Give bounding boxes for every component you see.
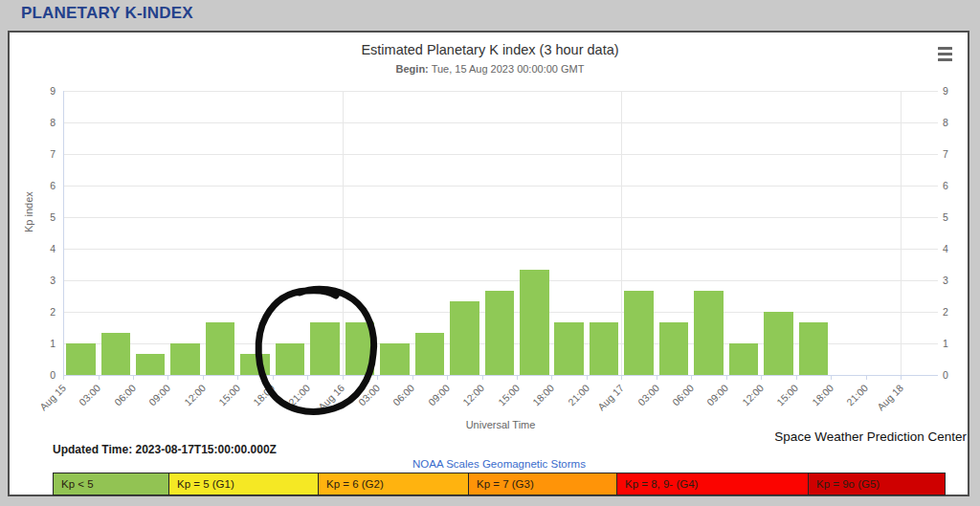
y-axis-tick-label: 1 — [33, 338, 56, 349]
x-axis-tick — [412, 376, 413, 380]
y-axis-tick-label: 4 — [943, 243, 948, 254]
x-axis-tick-label: 21:00 — [566, 383, 590, 407]
kp-bar[interactable] — [520, 270, 549, 375]
y-axis-tick-label: 0 — [943, 369, 948, 381]
kp-bar[interactable] — [276, 343, 305, 375]
y-axis-tick-label: 2 — [33, 306, 56, 318]
x-axis-tick-label: 09:00 — [705, 383, 730, 407]
noaa-scales-legend: Kp < 5Kp = 5 (G1)Kp = 6 (G2)Kp = 7 (G3)K… — [53, 473, 946, 495]
kp-bar[interactable] — [799, 322, 829, 375]
gridline-horizontal — [63, 249, 938, 250]
kp-bar[interactable] — [450, 301, 479, 375]
kp-bar[interactable] — [554, 322, 584, 375]
x-axis-tick-label: 03:00 — [357, 383, 382, 407]
x-axis-tick — [237, 376, 238, 380]
gridline-vertical — [901, 91, 902, 375]
x-axis-tick-label: 18:00 — [252, 383, 277, 407]
x-axis-tick-label: 15:00 — [496, 383, 521, 407]
y-axis-tick-label: 9 — [33, 85, 56, 97]
y-axis-tick-label: 6 — [33, 180, 56, 191]
x-axis-tick — [831, 376, 832, 380]
kp-bar[interactable] — [206, 322, 235, 375]
legend-cell: Kp = 8, 9- (G4) — [617, 473, 809, 495]
x-axis-tick-label: 15:00 — [217, 383, 242, 407]
kp-bar[interactable] — [590, 322, 619, 375]
x-axis-tick-label: 09:00 — [426, 383, 451, 407]
kp-bar[interactable] — [345, 322, 375, 375]
kp-bar[interactable] — [659, 322, 689, 375]
x-axis-tick-label: 12:00 — [741, 383, 766, 407]
y-axis-line — [63, 91, 64, 375]
y-axis-tick-label: 9 — [943, 85, 948, 97]
kp-bar[interactable] — [624, 291, 654, 375]
x-axis-tick — [517, 376, 518, 380]
x-axis-tick — [551, 376, 552, 380]
y-axis-tick-label: 8 — [943, 117, 948, 128]
y-axis-tick-label: 1 — [943, 338, 948, 349]
x-axis-tick — [657, 376, 657, 380]
x-axis-tick-label: 06:00 — [671, 383, 696, 407]
x-axis-tick — [167, 376, 168, 380]
x-axis-tick — [691, 376, 692, 380]
x-axis-tick — [377, 376, 378, 380]
x-axis-tick-label: 12:00 — [182, 383, 207, 407]
kp-bar[interactable] — [764, 312, 793, 375]
gridline-horizontal — [63, 154, 938, 155]
y-axis-tick-label: 5 — [33, 211, 56, 223]
kp-bar[interactable] — [694, 291, 724, 375]
kp-bar[interactable] — [101, 333, 131, 375]
x-axis-tick-label: 18:00 — [811, 383, 835, 407]
kp-bar[interactable] — [380, 343, 410, 375]
y-axis-tick-label: 3 — [33, 275, 56, 286]
x-axis-tick-label: 06:00 — [391, 383, 416, 407]
x-axis-tick-label: 06:00 — [112, 383, 137, 407]
kp-bar[interactable] — [136, 354, 166, 375]
kp-bar[interactable] — [415, 333, 445, 375]
gridline-horizontal — [63, 91, 938, 92]
y-axis-tick-label: 0 — [33, 369, 56, 381]
gridline-horizontal — [63, 186, 938, 187]
gridline-vertical — [343, 91, 344, 375]
x-axis-tick — [796, 376, 797, 380]
x-axis-tick-label: Aug 15 — [37, 383, 67, 412]
gridline-horizontal — [63, 122, 938, 123]
y-axis-tick-label: 7 — [943, 148, 948, 160]
legend-cell: Kp = 5 (G1) — [169, 473, 319, 495]
x-axis-tick — [866, 376, 867, 380]
kp-bar[interactable] — [729, 343, 759, 375]
kp-bar[interactable] — [170, 343, 200, 375]
x-axis-tick — [587, 376, 588, 380]
y-axis-tick-label: 2 — [943, 306, 948, 318]
y-axis-tick-label: 6 — [943, 180, 948, 191]
credit-text: Space Weather Prediction Center — [774, 429, 967, 444]
x-axis-tick — [343, 376, 344, 380]
legend-cell: Kp = 9o (G5) — [809, 473, 946, 495]
x-axis-tick — [482, 376, 483, 380]
kp-bar[interactable] — [66, 343, 96, 375]
x-axis-tick — [133, 376, 134, 380]
x-axis-tick — [99, 376, 100, 380]
x-axis-tick-label: 18:00 — [531, 383, 556, 407]
x-axis-tick-label: 09:00 — [147, 383, 172, 407]
x-axis-tick — [726, 376, 727, 380]
kp-bar[interactable] — [310, 322, 340, 375]
noaa-scales-link[interactable]: NOAA Scales Geomagnetic Storms — [53, 458, 946, 470]
x-axis-tick — [203, 376, 204, 380]
gridline-vertical — [621, 91, 622, 375]
kp-bar[interactable] — [240, 354, 270, 375]
x-axis-tick-label: 12:00 — [461, 383, 486, 407]
x-axis-tick-label: Aug 18 — [875, 383, 904, 412]
x-axis-tick — [447, 376, 448, 380]
planetary-k-index-page: PLANETARY K-INDEX Estimated Planetary K … — [0, 0, 980, 506]
x-axis-tick — [273, 376, 274, 380]
y-axis-tick-label: 3 — [943, 275, 948, 286]
kp-bar[interactable] — [485, 291, 515, 375]
y-axis-tick-label: 4 — [33, 243, 56, 254]
y-axis-tick-label: 8 — [33, 117, 56, 128]
x-axis-tick — [621, 376, 622, 380]
x-axis-tick — [307, 376, 308, 380]
updated-time: Updated Time: 2023-08-17T15:00:00.000Z — [53, 443, 277, 456]
x-axis-tick — [901, 376, 902, 380]
x-axis-tick-label: 03:00 — [78, 383, 102, 407]
gridline-horizontal — [63, 280, 938, 281]
